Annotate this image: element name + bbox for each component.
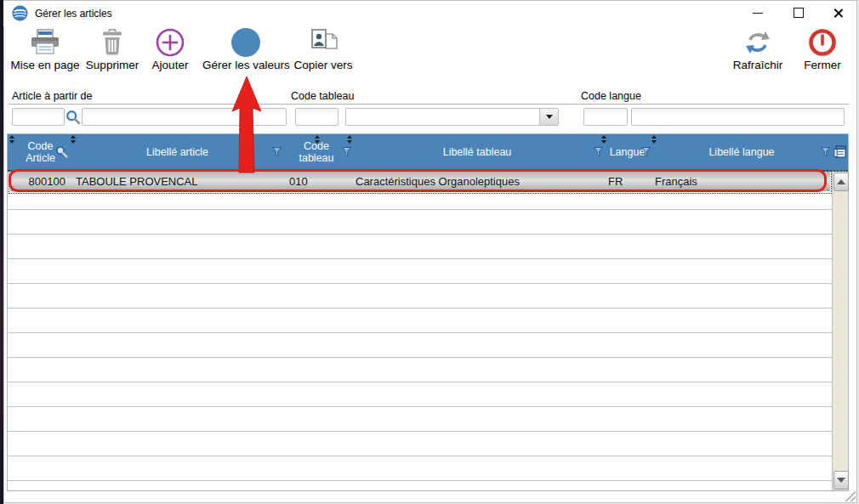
row-separator: [8, 357, 832, 358]
sort-icon: [347, 135, 353, 144]
gerer-les-valeurs-label: Gérer les valeurs: [202, 59, 289, 71]
row-separator: [8, 431, 832, 432]
refresh-icon: [744, 30, 771, 55]
column-header-libelle-tableau[interactable]: Libellé tableau: [351, 134, 603, 170]
row-separator: [8, 308, 832, 309]
combobox-dropdown-button[interactable]: [539, 109, 558, 125]
row-separator: [8, 332, 832, 333]
articles-table: Code Article Libellé article Code tablea…: [7, 133, 849, 491]
search-icon: [55, 145, 68, 158]
table-body: 800100 TABOULE PROVENCAL 010 Caractérist…: [8, 172, 848, 490]
row-separator: [8, 382, 832, 382]
cell-code-article: 800100: [10, 172, 73, 191]
cell-langue: FR: [603, 172, 651, 191]
sort-icon: [651, 135, 657, 144]
copier-vers-label: Copier vers: [293, 59, 354, 71]
sort-icon: [9, 135, 15, 144]
filter-separator-line: [9, 104, 849, 105]
chevron-down-icon: [546, 115, 553, 119]
ajouter-label: Ajouter: [146, 59, 194, 71]
window-title: Gérer les articles: [35, 8, 112, 20]
filter-icon[interactable]: [641, 147, 651, 157]
row-separator: [8, 258, 832, 259]
filter-code-tableau-label: Code tableau: [291, 90, 354, 102]
column-chooser-icon[interactable]: [833, 145, 846, 159]
filter-code-langue-label: Code langue: [581, 90, 641, 102]
search-icon[interactable]: [65, 110, 81, 125]
filter-icon[interactable]: [342, 147, 351, 157]
scroll-up-button[interactable]: [833, 173, 849, 191]
supprimer-label: Supprimer: [85, 59, 139, 71]
rafraichir-label: Rafraîchir: [730, 59, 786, 71]
sort-icon: [601, 135, 607, 144]
tableau-combobox[interactable]: [345, 108, 559, 126]
ajouter-button[interactable]: Ajouter: [146, 27, 194, 71]
row-separator: [8, 234, 832, 235]
close-icon: [833, 8, 844, 19]
maximize-button[interactable]: [779, 0, 818, 25]
scroll-down-button[interactable]: [833, 471, 849, 490]
blue-circle-icon: [230, 27, 261, 58]
filter-icon[interactable]: [272, 147, 282, 157]
cell-code-tableau: 010: [282, 172, 351, 191]
fermer-button[interactable]: Fermer: [798, 27, 847, 71]
filter-icon[interactable]: [594, 147, 603, 157]
article-code-input[interactable]: [12, 108, 65, 126]
column-header-libelle-article[interactable]: Libellé article: [73, 134, 282, 170]
triangle-up-icon: [837, 179, 845, 184]
cell-libelle-article: TABOULE PROVENCAL: [73, 172, 282, 191]
row-separator: [8, 480, 832, 481]
gerer-les-valeurs-button[interactable]: Gérer les valeurs: [202, 27, 289, 71]
sort-icon: [71, 135, 77, 144]
cell-libelle-tableau: Caractéristiques Organoleptiques: [351, 172, 603, 191]
title-bar: [3, 1, 856, 26]
trash-icon: [101, 29, 123, 56]
mise-en-page-button[interactable]: Mise en page: [8, 27, 82, 71]
filter-article-label: Article à partir de: [12, 90, 92, 102]
app-icon: [12, 5, 28, 21]
row-separator: [8, 283, 832, 284]
code-langue-input[interactable]: [583, 108, 628, 126]
minimize-button[interactable]: [738, 0, 777, 25]
langue-name-input[interactable]: [631, 108, 845, 126]
plus-circle-icon: [155, 27, 185, 58]
printer-icon: [29, 29, 61, 56]
sort-icon: [315, 135, 321, 144]
fermer-label: Fermer: [798, 59, 847, 71]
copy-icon: [308, 29, 338, 56]
code-tableau-input[interactable]: [295, 108, 338, 126]
triangle-down-icon: [837, 478, 845, 483]
minimize-icon: [753, 13, 763, 14]
column-header-code-article[interactable]: Code Article: [8, 134, 73, 170]
rafraichir-button[interactable]: Rafraîchir: [730, 27, 786, 71]
power-icon: [807, 27, 838, 58]
article-name-input[interactable]: [82, 108, 287, 126]
row-separator: [8, 406, 832, 407]
table-header: Code Article Libellé article Code tablea…: [8, 134, 848, 172]
mise-en-page-label: Mise en page: [8, 59, 82, 71]
row-separator: [8, 209, 832, 210]
table-row-selected[interactable]: 800100 TABOULE PROVENCAL 010 Caractérist…: [10, 172, 830, 191]
filter-icon[interactable]: [821, 147, 830, 157]
row-separator: [8, 456, 832, 456]
vertical-scrollbar[interactable]: [832, 172, 848, 490]
cell-libelle-langue: Français: [651, 172, 822, 191]
close-button[interactable]: [818, 0, 857, 25]
column-header-libelle-langue[interactable]: Libellé langue: [651, 134, 832, 170]
supprimer-button[interactable]: Supprimer: [85, 27, 139, 71]
maximize-icon: [794, 8, 804, 18]
copier-vers-button[interactable]: Copier vers: [293, 27, 354, 71]
